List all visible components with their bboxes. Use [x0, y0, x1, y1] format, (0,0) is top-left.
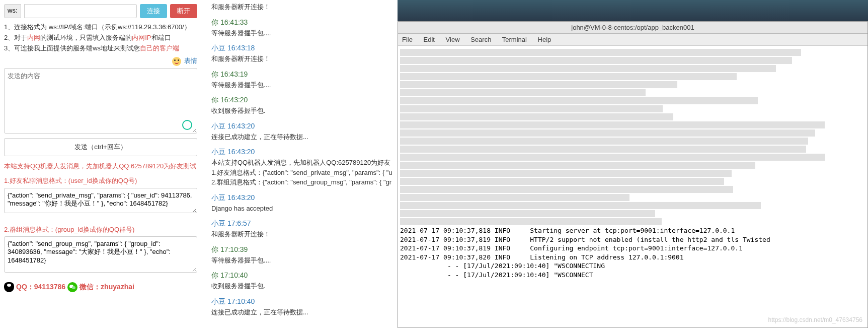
text-red: 内网IP [132, 34, 151, 41]
redacted-line [400, 73, 737, 80]
smile-icon[interactable] [172, 57, 181, 66]
desktop-bg [398, 0, 868, 21]
redacted-line [400, 146, 806, 153]
log-body: 等待服务器握手包.... [211, 255, 393, 266]
divider [201, 0, 207, 328]
log-title: 你 16:43:19 [211, 70, 393, 79]
terminal-content[interactable]: 2021-07-17 09:10:37,818 INFO Starting se… [398, 46, 867, 327]
log-title: 小豆 16:43:20 [211, 193, 393, 203]
example-private[interactable]: {"action": "send_private_msg", "params":… [4, 188, 197, 213]
redacted-line [400, 154, 825, 161]
emoji-link[interactable]: 表情 [184, 57, 197, 64]
menu-search[interactable]: Search [470, 36, 491, 43]
log-body: 和服务器断开连接！ [211, 229, 393, 239]
qq-icon [4, 282, 14, 292]
log-title: 你 17:10:39 [211, 245, 393, 254]
disconnect-button[interactable]: 断开 [170, 4, 197, 18]
terminal-line: - - [17/Jul/2021:09:10:40] "WSCONNECT [400, 271, 865, 280]
redacted-line [400, 178, 724, 185]
log-body: 连接已成功建立，正在等待数据... [211, 307, 393, 317]
terminal-line: - - [17/Jul/2021:09:10:40] "WSCONNECTING [400, 261, 865, 271]
menu-view[interactable]: View [446, 36, 460, 43]
menu-help[interactable]: Help [538, 36, 551, 43]
log-body: 本站支持QQ机器人发消息，先加机器人QQ:625789120为好友 1.好友消息… [211, 158, 393, 187]
message-input[interactable] [4, 68, 197, 134]
text-red: 内网 [27, 34, 40, 41]
terminal-line: 2021-07-17 09:10:37,819 INFO HTTP/2 supp… [400, 235, 865, 244]
menu-edit[interactable]: Edit [424, 36, 435, 43]
menu-file[interactable]: File [402, 36, 413, 43]
log-panel: 和服务器断开连接！你 16:41:33等待服务器握手包....小豆 16:43:… [207, 0, 398, 328]
redacted-line [400, 65, 776, 72]
redacted-line [400, 202, 761, 209]
send-button[interactable]: 发送（ctrl+回车） [4, 138, 197, 156]
redacted-line [400, 186, 733, 193]
text: 的测试环境，只需填入服务端的 [40, 34, 132, 41]
emoji-row: 表情 [4, 56, 197, 65]
redacted-line [400, 97, 758, 104]
terminal-title: john@VM-0-8-centos:/opt/app_backen001 [398, 22, 867, 34]
text-red: 自己的客户端 [140, 44, 179, 52]
log-title: 小豆 17:6:57 [211, 219, 393, 228]
log-body: 收到服务器握手包. [211, 106, 393, 116]
redacted-line [400, 218, 662, 225]
log-entry: 小豆 17:6:57和服务器断开连接！ [211, 219, 393, 239]
example-group[interactable]: {"action": "send_group_msg", "params": {… [4, 236, 197, 273]
wechat-icon [67, 282, 77, 292]
terminal-menu: File Edit View Search Terminal Help [398, 34, 867, 46]
websocket-tester-panel: ws: 连接 断开 1、连接格式为 ws://IP/域名:端口（示例ws://1… [0, 0, 201, 328]
log-title: 你 16:41:33 [211, 18, 393, 27]
redacted-line [400, 162, 755, 169]
contact-qq: QQ：94113786 [16, 283, 65, 292]
grammarly-icon[interactable] [182, 120, 192, 130]
text: 和端口 [151, 34, 171, 41]
log-entry: 你 17:10:40收到服务器握手包. [211, 271, 393, 291]
redacted-line [400, 121, 825, 128]
connect-button[interactable]: 连接 [140, 4, 167, 18]
terminal-window: john@VM-0-8-centos:/opt/app_backen001 Fi… [398, 21, 868, 328]
contact-row: QQ：94113786 微信：zhuyazhai [4, 282, 197, 292]
log-title: 小豆 16:43:20 [211, 148, 393, 157]
contact-wx: 微信：zhuyazhai [80, 283, 134, 292]
menu-terminal[interactable]: Terminal [502, 36, 527, 43]
notice-group: 2.群组消息格式：(group_id换成你的QQ群号) [4, 225, 197, 235]
log-entry: 你 16:43:19等待服务器握手包.... [211, 70, 393, 90]
redacted-line [400, 170, 732, 177]
redacted-line [400, 89, 646, 96]
log-entry: 小豆 16:43:20Django has accepted [211, 193, 393, 214]
log-body: 和服务器断开连接！ [211, 54, 393, 64]
redacted-line [400, 49, 801, 56]
notice-private: 1.好友私聊消息格式：(user_id换成你的QQ号) [4, 176, 197, 186]
instructions: 1、连接格式为 ws://IP/域名:端口（示例ws://119.29.3.36… [4, 22, 197, 53]
redacted-line [400, 210, 655, 217]
notice-title: 本站支持QQ机器人发消息，先加机器人QQ:625789120为好友测试 [4, 161, 197, 171]
log-entry: 小豆 16:43:18和服务器断开连接！ [211, 44, 393, 64]
log-entry: 你 17:10:39等待服务器握手包.... [211, 245, 393, 266]
log-body: 等待服务器握手包.... [211, 80, 393, 90]
log-body: 收到服务器握手包. [211, 281, 393, 291]
terminal-line: 2021-07-17 09:10:37,818 INFO Starting se… [400, 226, 865, 235]
log-title: 小豆 16:43:18 [211, 44, 393, 53]
instruction-3: 3、可连接我上面提供的服务端ws地址来测试您自己的客户端 [4, 43, 197, 54]
redacted-line [400, 194, 629, 201]
log-body: 连接已成功建立，正在等待数据... [211, 132, 393, 142]
log-body: Django has accepted [211, 204, 393, 214]
log-body: 等待服务器握手包.... [211, 28, 393, 38]
ws-prefix: ws: [4, 4, 21, 18]
text: 2、对于 [4, 34, 27, 41]
terminal-panel: john@VM-0-8-centos:/opt/app_backen001 Fi… [398, 0, 868, 328]
text: 3、可连接我上面提供的服务端ws地址来测试您 [4, 44, 140, 52]
instruction-2: 2、对于内网的测试环境，只需填入服务端的内网IP和端口 [4, 33, 197, 43]
ws-url-input[interactable] [24, 4, 137, 18]
log-entry: 和服务器断开连接！ [211, 2, 393, 12]
log-entry: 小豆 16:43:20连接已成功建立，正在等待数据... [211, 122, 393, 142]
terminal-line: 2021-07-17 09:10:37,819 INFO Configuring… [400, 244, 865, 253]
message-wrapper [4, 68, 197, 135]
ws-url-row: ws: 连接 断开 [4, 4, 197, 18]
redacted-line [400, 57, 792, 64]
log-title: 你 16:43:20 [211, 96, 393, 105]
redacted-line [400, 81, 677, 88]
redacted-line [400, 138, 808, 145]
redacted-line [400, 105, 663, 112]
terminal-line: 2021-07-17 09:10:37,820 INFO Listening o… [400, 253, 865, 262]
